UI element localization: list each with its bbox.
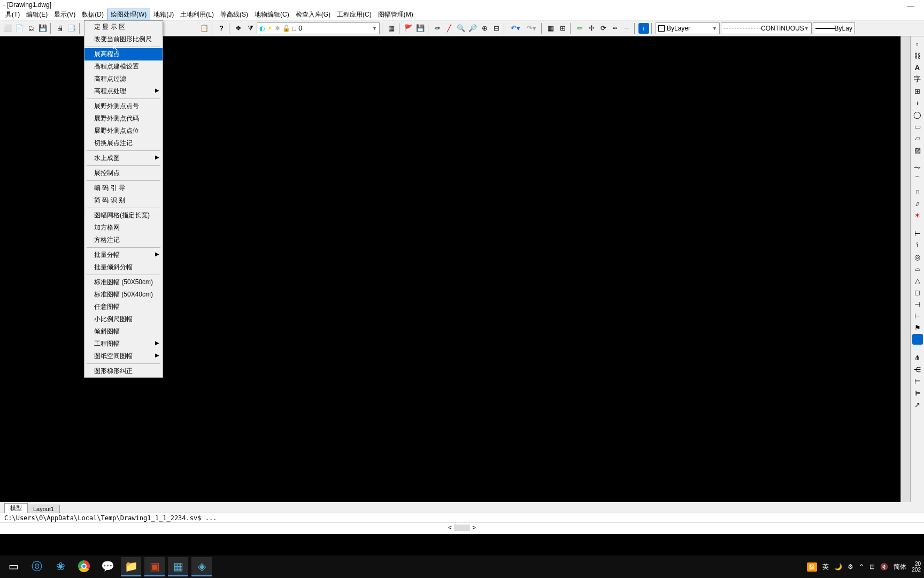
dropdown-item[interactable]: 图幅网格(指定长宽) — [84, 209, 163, 222]
rt-curve2-icon[interactable]: ⌒ — [912, 174, 923, 185]
color-combo[interactable]: ByLayer ▼ — [656, 22, 720, 34]
menu-topo[interactable]: 地物编辑(C) — [251, 9, 292, 20]
rt-dim2-icon[interactable]: ⊢ — [912, 310, 923, 321]
tool-help-icon[interactable]: ? — [216, 23, 227, 34]
dropdown-item[interactable]: 展高程点 — [84, 48, 163, 60]
rt-hatch-icon[interactable]: ▨ — [912, 144, 923, 155]
rt-grid-icon[interactable]: ⊞ — [912, 86, 923, 96]
app2-icon[interactable]: ▦ — [168, 557, 188, 576]
layer-combo[interactable]: ◐ ☀ ❄ 🔓 □ 0 ▼ — [257, 22, 380, 34]
menu-land[interactable]: 土地利用(L) — [177, 9, 217, 20]
tool-print-icon[interactable]: 🖨 — [55, 23, 65, 34]
rt-curve1-icon[interactable]: 〜 — [912, 163, 923, 173]
tray-up-icon[interactable]: ⌃ — [859, 563, 864, 571]
tool-redo-icon[interactable]: ↷▾ — [524, 23, 539, 34]
dropdown-item[interactable]: 展野外测点代码 — [84, 112, 163, 125]
dropdown-item[interactable]: 展控制点 — [84, 167, 163, 179]
menu-draw[interactable]: 绘图处理(W) — [107, 9, 150, 21]
nav-right-icon[interactable]: > — [472, 524, 476, 531]
tool-rotate-icon[interactable]: ⟳ — [598, 23, 609, 34]
rt-rect-icon[interactable]: ▭ — [912, 121, 923, 132]
dropdown-item[interactable]: 批量倾斜分幅 — [84, 261, 163, 273]
dropdown-item[interactable]: 定 显 示 区 — [84, 21, 163, 33]
tool-doc-icon[interactable]: 📋 — [199, 23, 210, 34]
tool-dash-icon[interactable]: ┅ — [610, 23, 620, 34]
tray-net-icon[interactable]: ⊡ — [869, 563, 875, 571]
rt-arrow-icon[interactable]: ↗ — [912, 399, 923, 410]
dropdown-item[interactable]: 方格注记 — [84, 234, 163, 246]
menu-cadastre[interactable]: 地籍(J) — [150, 9, 177, 20]
tray-lang[interactable]: 简体 — [894, 562, 906, 572]
menu-sheet[interactable]: 图幅管理(M) — [375, 9, 417, 20]
cad-icon[interactable]: ◈ — [191, 557, 212, 576]
rt-curve3-icon[interactable]: ⎍ — [912, 186, 923, 197]
tool-save-icon[interactable]: 💾 — [415, 23, 426, 34]
tool-icon-1[interactable]: ⬜ — [2, 23, 13, 34]
rt-circle-icon[interactable]: ◯ — [912, 109, 923, 120]
rt-text2-icon[interactable]: 字 — [912, 74, 923, 85]
tool-grid-icon[interactable]: ▦ — [386, 23, 397, 34]
rt-dim3-icon[interactable]: ⊨ — [912, 376, 923, 386]
rt-flag2-icon[interactable]: ⚑ — [912, 322, 923, 333]
rt-measure2-icon[interactable]: ⟟ — [912, 240, 923, 250]
tool-zoomout-icon[interactable]: 🔍 — [456, 23, 466, 34]
explorer-icon[interactable]: 📁 — [121, 557, 141, 576]
lineweight-combo[interactable]: ByLay — [813, 22, 855, 34]
dropdown-item[interactable]: 批量分幅▶ — [84, 249, 163, 261]
dropdown-item[interactable]: 高程点建模设置 — [84, 60, 163, 73]
dropdown-item[interactable]: 任意图幅 — [84, 301, 163, 313]
menu-check[interactable]: 检查入库(G) — [292, 9, 334, 20]
dropdown-item[interactable]: 简 码 识 别 — [84, 194, 163, 207]
minimize-button[interactable]: — — [907, 1, 914, 10]
tool-line-icon[interactable]: ╱ — [444, 23, 455, 34]
tool-flag-icon[interactable]: 🚩 — [403, 23, 414, 34]
dropdown-item[interactable]: 改变当前图形比例尺 — [84, 33, 163, 45]
task-view-icon[interactable]: ▭ — [3, 557, 24, 576]
dropdown-item[interactable]: 倾斜图幅 — [84, 325, 163, 338]
tool-dash2-icon[interactable]: ┈ — [621, 23, 632, 34]
dropdown-item[interactable]: 工程图幅▶ — [84, 338, 163, 350]
nav-scroll[interactable] — [454, 524, 470, 531]
dropdown-item[interactable]: 高程点过滤 — [84, 73, 163, 85]
rt-plus-icon[interactable]: + — [912, 97, 923, 108]
ime-badge[interactable]: 极 — [807, 562, 817, 572]
rt-square2-icon[interactable]: ◻ — [912, 287, 923, 298]
linetype-combo[interactable]: CONTINUOUS ▼ — [721, 22, 812, 34]
dropdown-item[interactable]: 水上成图▶ — [84, 152, 163, 164]
rt-star-icon[interactable]: ✶ — [912, 210, 923, 220]
rt-blue-icon[interactable] — [912, 334, 923, 345]
rt-arc2-icon[interactable]: ⌓ — [912, 263, 923, 274]
ime-moon-icon[interactable]: 🌙 — [834, 563, 842, 571]
tool-pen2-icon[interactable]: ✏ — [574, 23, 585, 34]
tool-undo-icon[interactable]: ↶▾ — [508, 23, 523, 34]
tool-zoomin-icon[interactable]: 🔎 — [467, 23, 478, 34]
command-line[interactable]: C:\Users\0\AppData\Local\Temp\Drawing1_1… — [0, 513, 924, 523]
dropdown-item[interactable]: 图形梯形纠正 — [84, 365, 163, 377]
ime-gear-icon[interactable]: ⚙ — [848, 563, 853, 571]
dropdown-item[interactable]: 小比例尺图幅 — [84, 313, 163, 325]
rt-tri-icon[interactable]: △ — [912, 275, 923, 286]
nav-left-icon[interactable]: < — [448, 524, 452, 531]
rt-node1-icon[interactable]: ⋔ — [912, 352, 923, 363]
rt-erase-icon[interactable]: ▱ — [912, 133, 923, 143]
wechat-icon[interactable]: 💬 — [97, 557, 118, 576]
rt-dim1-icon[interactable]: ⊣ — [912, 299, 923, 309]
ime-eng[interactable]: 英 — [822, 562, 829, 572]
rt-measure1-icon[interactable]: ⊢ — [912, 228, 923, 239]
rt-dim4-icon[interactable]: ⊫ — [912, 387, 923, 398]
dropdown-item[interactable]: 标准图幅 (50X50cm) — [84, 276, 163, 288]
dropdown-item[interactable]: 展野外测点点号 — [84, 100, 163, 112]
dropdown-item[interactable]: 高程点处理▶ — [84, 85, 163, 97]
dropdown-item[interactable]: 展野外测点点位 — [84, 125, 163, 137]
tool-layers-icon[interactable]: 📑 — [66, 23, 77, 34]
tool-win-icon[interactable]: ⊞ — [557, 23, 568, 34]
tool-info-icon[interactable]: i — [638, 23, 649, 34]
dropdown-item[interactable]: 图纸空间图幅▶ — [84, 350, 163, 362]
rt-curve4-icon[interactable]: ⎎ — [912, 198, 923, 209]
vertical-scrollbar[interactable] — [900, 36, 910, 502]
tool-layers2-icon[interactable]: ❖ — [233, 23, 244, 34]
tool-edit-icon[interactable]: ✏ — [432, 23, 443, 34]
chrome-icon[interactable] — [74, 557, 94, 576]
tool-filter-icon[interactable]: ⧩ — [245, 23, 256, 34]
tool-move-icon[interactable]: ✢ — [586, 23, 597, 34]
